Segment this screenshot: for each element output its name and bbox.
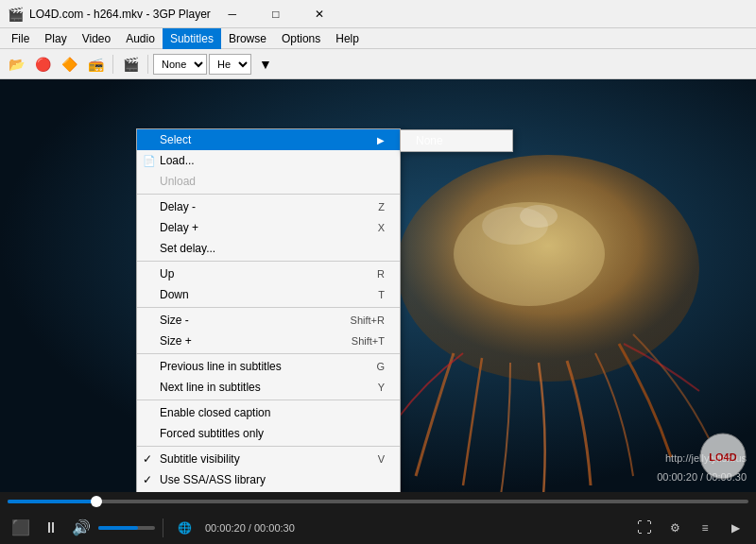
seekbar-thumb[interactable] [91, 496, 102, 507]
load-icon: 📄 [143, 155, 156, 167]
maximize-button[interactable]: □ [254, 0, 298, 28]
playlist-btn[interactable]: ≡ [692, 515, 718, 541]
window-controls: ─ □ ✕ [211, 0, 341, 28]
svg-text:LO4D: LO4D [709, 451, 736, 463]
forced-subs-label: Forced subtitles only [160, 427, 264, 440]
mute-button[interactable]: 🔊 [68, 515, 94, 541]
menu-delay-minus-item[interactable]: Delay - Z [137, 196, 400, 217]
toolbar-sep-1 [112, 55, 113, 74]
menu-load-item[interactable]: 📄 Load... [137, 150, 400, 171]
size-plus-label: Size + [160, 334, 192, 348]
titlebar: 🎬 LO4D.com - h264.mkv - 3GP Player ─ □ ✕ [0, 0, 756, 28]
menu-size-minus-item[interactable]: Size - Shift+R [137, 310, 400, 331]
close-button[interactable]: ✕ [298, 0, 341, 28]
seekbar-area[interactable] [0, 492, 756, 511]
seekbar-fill [8, 500, 96, 503]
enable-cc-label: Enable closed caption [160, 406, 270, 419]
menu-next-line-item[interactable]: Next line in subtitles Y [137, 377, 400, 398]
seekbar[interactable] [8, 500, 748, 503]
subtitles-dropdown: Select ▶ None 📄 Load... Unload [136, 128, 401, 492]
menu-options[interactable]: Options [274, 28, 328, 49]
down-label: Down [160, 288, 189, 301]
toolbar-dropdown-btn[interactable]: ▼ [253, 52, 278, 76]
menu-subtitle-visibility-item[interactable]: ✓ Subtitle visibility V [137, 449, 400, 469]
down-shortcut: T [378, 289, 385, 300]
separator-1 [137, 194, 400, 195]
menu-size-plus-item[interactable]: Size + Shift+T [137, 331, 400, 351]
subtitle-select-none[interactable]: None [153, 54, 207, 75]
menu-file[interactable]: File [4, 28, 37, 49]
size-plus-shortcut: Shift+T [352, 335, 385, 347]
size-minus-label: Size - [160, 314, 189, 327]
separator-2 [137, 261, 400, 262]
menu-play[interactable]: Play [37, 28, 74, 49]
up-label: Up [160, 267, 174, 280]
menu-forced-subs-item[interactable]: Forced subtitles only [137, 423, 400, 444]
up-shortcut: R [377, 268, 385, 280]
select-arrow-icon: ▶ [377, 135, 385, 145]
menu-video[interactable]: Video [75, 28, 118, 49]
menu-prev-line-item[interactable]: Previous line in subtitles G [137, 356, 400, 377]
window-title: LO4D.com - h264.mkv - 3GP Player [29, 8, 211, 21]
right-controls: ⛶ ⚙ ≡ ▶ [631, 515, 748, 541]
subtitle-visibility-shortcut: V [378, 453, 385, 465]
volume-fill [98, 526, 138, 530]
menu-audio[interactable]: Audio [118, 28, 163, 49]
controls-row: ⬛ ⏸ 🔊 🌐 00:00:20 / 00:00:30 ⛶ ⚙ ≡ ▶ [0, 511, 756, 544]
set-delay-label: Set delay... [160, 242, 215, 255]
delay-plus-shortcut: X [378, 222, 385, 233]
controls-sep-1 [163, 518, 163, 537]
toolbar: 📂 🔴 🔶 📻 🎬 None He ▼ [0, 49, 756, 79]
select-label: Select [160, 133, 191, 146]
time-display: 00:00:20 / 00:00:30 [205, 522, 295, 534]
select-submenu: None [400, 129, 513, 152]
menu-down-item[interactable]: Down T [137, 284, 400, 305]
aspect-btn[interactable]: ⚙ [662, 515, 688, 541]
menu-use-ssa-item[interactable]: ✓ Use SSA/ASS library [137, 469, 400, 490]
toolbar-stop-btn[interactable]: 🔶 [57, 52, 81, 76]
delay-minus-label: Delay - [160, 200, 196, 213]
submenu-none-item[interactable]: None [401, 130, 512, 151]
toolbar-play-btn[interactable]: 🔴 [30, 52, 55, 76]
separator-5 [137, 400, 400, 400]
menu-help[interactable]: Help [328, 28, 367, 49]
next-line-shortcut: Y [378, 382, 385, 393]
menu-select-item[interactable]: Select ▶ None [137, 129, 400, 150]
toolbar-open-btn[interactable]: 📂 [4, 52, 28, 76]
menu-enable-cc-item[interactable]: Enable closed caption [137, 402, 400, 423]
bottom-controls: ⬛ ⏸ 🔊 🌐 00:00:20 / 00:00:30 ⛶ ⚙ ≡ ▶ [0, 492, 756, 544]
menu-subtitles[interactable]: Subtitles [163, 28, 221, 49]
next-line-label: Next line in subtitles [160, 381, 261, 394]
volume-slider[interactable] [98, 526, 155, 530]
menu-delay-plus-item[interactable]: Delay + X [137, 217, 400, 238]
menu-up-item[interactable]: Up R [137, 264, 400, 284]
menu-set-delay-item[interactable]: Set delay... [137, 238, 400, 259]
menu-unload-item: Unload [137, 171, 400, 192]
separator-3 [137, 307, 400, 308]
subtitle-select-he[interactable]: He [209, 54, 251, 75]
stop-button[interactable]: ⬛ [8, 515, 34, 541]
delay-minus-shortcut: Z [378, 201, 385, 212]
subtitle-visibility-label: Subtitle visibility [160, 452, 240, 466]
check-mark-visibility: ✓ [143, 452, 152, 466]
menubar: File Play Video Audio Subtitles Browse O… [0, 28, 756, 49]
submenu-none-label: None [416, 134, 443, 147]
toolbar-extra2-btn[interactable]: 🎬 [118, 52, 143, 76]
minimize-button[interactable]: ─ [211, 0, 254, 28]
subtitles-btn[interactable]: 🌐 [171, 515, 198, 541]
separator-6 [137, 446, 400, 447]
menu-browse[interactable]: Browse [221, 28, 274, 49]
svg-point-4 [520, 205, 558, 228]
delay-plus-label: Delay + [160, 221, 198, 234]
lo4d-btn[interactable]: ▶ [722, 515, 748, 541]
separator-4 [137, 353, 400, 354]
check-mark-ssa: ✓ [143, 473, 152, 486]
play-pause-button[interactable]: ⏸ [38, 515, 64, 541]
lo4d-watermark: LO4D [699, 433, 747, 483]
size-minus-shortcut: Shift+R [351, 314, 385, 326]
unload-label: Unload [160, 175, 196, 188]
prev-line-label: Previous line in subtitles [160, 360, 282, 373]
toolbar-extra-btn[interactable]: 📻 [83, 52, 108, 76]
fullscreen-btn[interactable]: ⛶ [631, 515, 658, 541]
app-icon: 🎬 [8, 7, 24, 22]
